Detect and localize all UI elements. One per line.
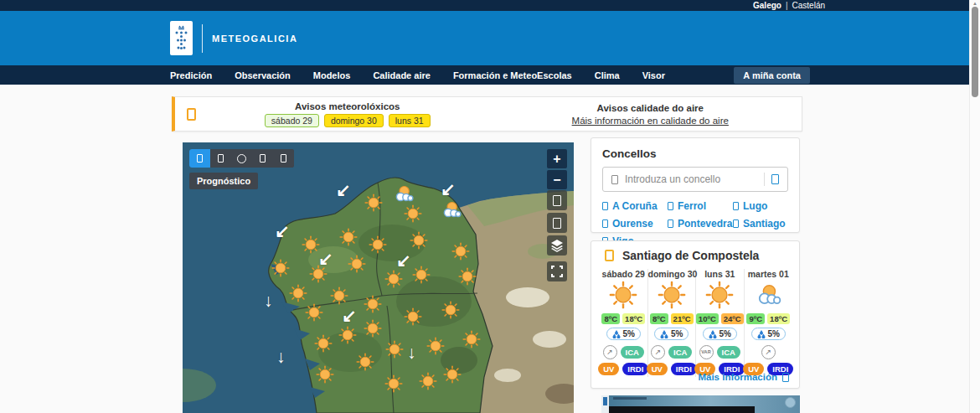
nav-item-formaci-n-e-meteoescolas[interactable]: Formación e MeteoEscolas <box>453 70 572 80</box>
layers-icon <box>550 239 564 252</box>
sun-icon <box>705 297 734 312</box>
wind-direction-icon: VAR <box>699 345 714 359</box>
webcam-image-area <box>609 406 755 413</box>
precip-chance: 5% <box>654 328 689 340</box>
temp-min: 10ºC <box>696 313 719 324</box>
search-icon[interactable] <box>771 174 779 184</box>
account-button[interactable]: A miña conta <box>734 67 810 84</box>
lang-divider: | <box>786 1 788 10</box>
nav-items: PrediciónObservaciónModelosCalidade aire… <box>170 70 665 80</box>
forecast-map[interactable]: ↙↙↙↙↙↓↙↓↓ Prognóstico + − <box>183 142 574 413</box>
map-control-locate-button[interactable] <box>547 213 567 233</box>
wind-ica-row: ↗ICA <box>600 345 647 359</box>
more-info-link[interactable]: Máis información <box>698 372 789 382</box>
ica-badge[interactable]: ICA <box>668 346 692 359</box>
air-quality-link[interactable]: Máis información en calidade do aire <box>572 116 729 126</box>
ica-badge[interactable]: ICA <box>717 346 740 359</box>
brand-separator <box>202 24 203 53</box>
concello-search-input[interactable] <box>625 173 764 185</box>
layer-prognostico-button[interactable] <box>189 149 210 168</box>
droplets-icon <box>612 330 621 338</box>
uv-badge[interactable]: UV <box>598 363 619 375</box>
nav-item-observaci-n[interactable]: Observación <box>235 70 291 80</box>
zoom-in-button[interactable]: + <box>547 149 567 168</box>
city-link-pontevedra[interactable]: Pontevedra <box>668 218 733 230</box>
more-info-label: Máis información <box>698 372 777 382</box>
fullscreen-button[interactable] <box>547 261 567 281</box>
temp-min: 8ºC <box>601 313 620 324</box>
layer-button-4[interactable] <box>252 149 273 168</box>
weather-alerts-title: Avisos meteorolóxicos <box>295 101 400 111</box>
nav-item-predici-n[interactable]: Predición <box>170 70 212 80</box>
webcam-side-banner <box>601 395 609 413</box>
precip-chance: 5% <box>703 328 737 340</box>
alert-day-badge[interactable]: domingo 30 <box>324 114 384 127</box>
alert-day-badge[interactable]: sábado 29 <box>265 114 319 127</box>
map-layers-button[interactable] <box>547 235 567 256</box>
map-control-home-button[interactable] <box>547 190 567 210</box>
sun-icon <box>658 297 686 312</box>
layer-icon <box>281 154 286 163</box>
precip-chance: 5% <box>606 328 641 340</box>
day-name: sábado 29 <box>600 269 647 279</box>
irdi-badge[interactable]: IRDI <box>671 363 697 375</box>
nav-item-visor[interactable]: Visor <box>642 70 665 80</box>
locate-icon <box>553 218 561 229</box>
brand[interactable]: METEOGALICIA <box>170 21 297 55</box>
temp-max: 21ºC <box>671 313 694 324</box>
wind-direction-icon: ↗ <box>603 345 617 359</box>
radar-button[interactable] <box>231 149 252 168</box>
droplets-icon <box>757 330 766 338</box>
day-column: luns 3110ºC24ºC 5%VARICAUVIRDI <box>696 269 745 377</box>
layer-button-5[interactable] <box>273 149 294 168</box>
webcam-emblem-icon <box>603 397 607 405</box>
lang-galego[interactable]: Galego <box>753 1 781 10</box>
webcam-logo-icon <box>785 397 796 408</box>
layer-icon <box>260 154 266 163</box>
temp-max: 18ºC <box>622 313 645 324</box>
lang-castelan[interactable]: Castelán <box>792 1 825 10</box>
city-link-ferrol[interactable]: Ferrol <box>668 200 733 212</box>
marker-icon <box>611 175 618 184</box>
nav-item-calidade-aire[interactable]: Calidade aire <box>373 70 430 80</box>
page-scrollbar[interactable]: ▲ <box>969 0 980 413</box>
concello-searchbox <box>602 167 788 192</box>
favorite-star-icon[interactable] <box>605 250 614 261</box>
pin-icon <box>602 219 608 228</box>
temps: 9ºC18ºC <box>745 313 793 324</box>
alert-badges: sábado 29domingo 30luns 31 <box>265 114 431 127</box>
uv-irdi-row: UVIRDI <box>648 363 696 375</box>
day-column: sábado 298ºC18ºC 5%↗ICAUVIRDI <box>600 269 648 377</box>
alert-day-badge[interactable]: luns 31 <box>389 114 431 127</box>
city-link-ourense[interactable]: Ourense <box>602 218 668 230</box>
brand-name: METEOGALICIA <box>212 34 297 44</box>
wind-direction-icon: ↗ <box>761 345 776 359</box>
temp-max: 18ºC <box>767 313 790 324</box>
webcam-caption <box>613 397 647 400</box>
sun-cloud-icon <box>754 297 782 312</box>
concellos-title: Concellos <box>602 147 788 160</box>
nav-item-modelos[interactable]: Modelos <box>313 70 351 80</box>
temps: 8ºC21ºC <box>648 313 696 324</box>
layer-icon <box>218 154 224 163</box>
city-link-santiago[interactable]: Santiago <box>733 218 792 230</box>
air-alerts-title: Avisos calidade do aire <box>597 103 704 113</box>
alerts-bar: Avisos meteorolóxicos sábado 29domingo 3… <box>172 96 802 132</box>
scrollbar-thumb[interactable] <box>972 7 978 97</box>
city-link-a-coru-a[interactable]: A Coruña <box>602 200 668 212</box>
uv-badge[interactable]: UV <box>647 363 668 375</box>
ica-badge[interactable]: ICA <box>621 346 644 359</box>
city-link-lugo[interactable]: Lugo <box>733 200 792 212</box>
map-layer-tooltip: Prognóstico <box>189 173 258 189</box>
map-toolbar <box>189 149 294 168</box>
layer-button-2[interactable] <box>210 149 231 168</box>
webcam-thumbnail[interactable] <box>601 395 800 413</box>
warning-icon <box>187 108 196 121</box>
scrollbar-up-arrow[interactable]: ▲ <box>972 1 977 6</box>
temp-min: 9ºC <box>746 313 765 324</box>
nav-item-clima[interactable]: Clima <box>595 70 620 80</box>
language-switcher: Galego | Castelán <box>753 0 825 11</box>
day-name: domingo 30 <box>648 269 696 279</box>
zoom-out-button[interactable]: − <box>547 170 567 189</box>
irdi-badge[interactable]: IRDI <box>622 363 648 375</box>
